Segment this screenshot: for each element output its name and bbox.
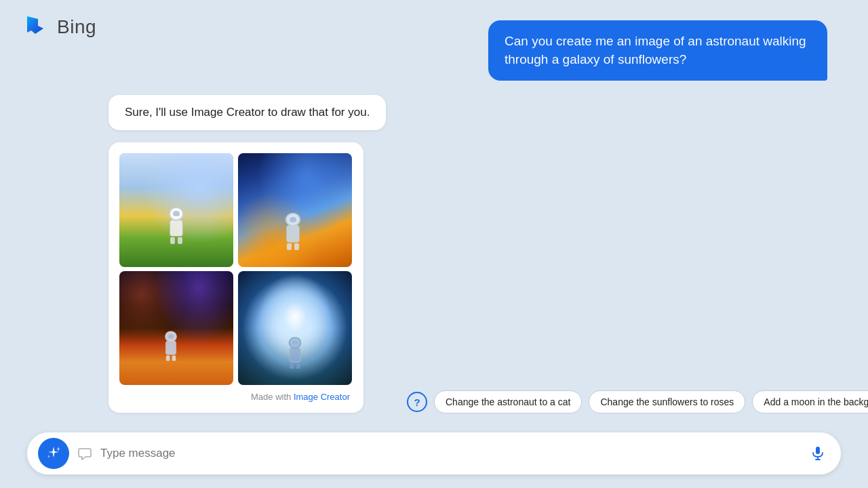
input-bar — [27, 432, 841, 474]
message-input[interactable] — [100, 447, 797, 460]
generated-image-2[interactable] — [238, 153, 352, 267]
svg-rect-0 — [816, 447, 820, 454]
sparkle-icon — [45, 445, 62, 462]
suggestions-row: ? Change the astronaut to a cat Change t… — [407, 390, 841, 413]
user-message-bubble: Can you create me an image of an astrona… — [488, 20, 827, 81]
bing-logo: Bing — [20, 12, 96, 42]
image-grid — [119, 153, 353, 385]
generated-image-3[interactable] — [119, 271, 233, 385]
bing-logo-icon — [20, 12, 50, 42]
image-grid-container: Made with Image Creator — [108, 142, 363, 413]
suggestion-chip-2[interactable]: Change the sunflowers to roses — [589, 390, 745, 413]
astronaut-figure-3 — [163, 331, 179, 361]
help-button[interactable]: ? — [407, 392, 427, 412]
microphone-button[interactable] — [806, 441, 830, 466]
bot-message-bubble: Sure, I'll use Image Creator to draw tha… — [108, 95, 386, 130]
bot-message-text: Sure, I'll use Image Creator to draw tha… — [125, 106, 370, 119]
suggestion-chip-1[interactable]: Change the astronaut to a cat — [434, 390, 582, 413]
legs-1 — [170, 237, 182, 244]
magic-button[interactable] — [38, 438, 69, 469]
made-with-label: Made with Image Creator — [119, 392, 353, 402]
generated-image-4[interactable] — [238, 271, 352, 385]
body-1 — [170, 220, 183, 237]
user-message-text: Can you create me an image of an astrona… — [505, 34, 806, 66]
astronaut-figure-4 — [286, 337, 304, 369]
astronaut-figure-1 — [166, 207, 186, 244]
astronaut-figure-2 — [283, 213, 303, 250]
helmet-1 — [169, 207, 184, 220]
suggestion-chip-3[interactable]: Add a moon in the background — [752, 390, 868, 413]
header: Bing — [0, 0, 117, 54]
chat-icon — [77, 446, 92, 461]
image-creator-link[interactable]: Image Creator — [294, 392, 350, 402]
generated-image-1[interactable] — [119, 153, 233, 267]
bing-logo-text: Bing — [57, 16, 96, 38]
